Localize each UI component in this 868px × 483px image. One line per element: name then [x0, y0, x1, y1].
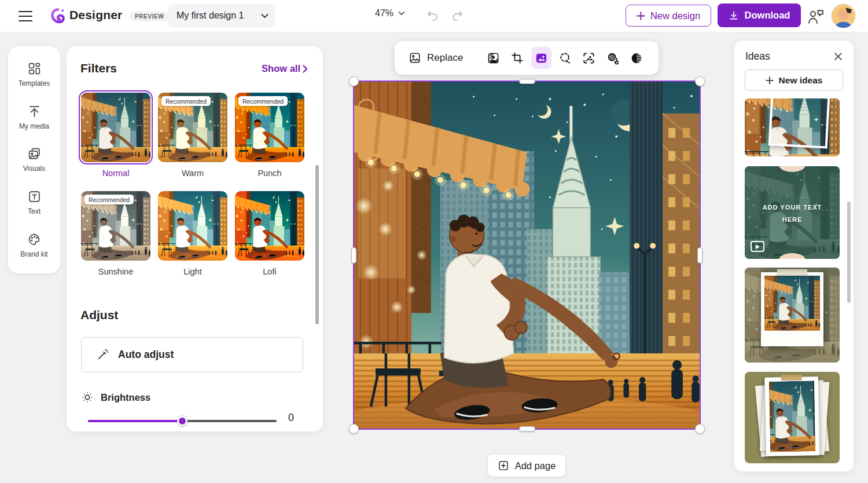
tape-decoration	[781, 375, 802, 381]
remove-background-button[interactable]	[579, 47, 599, 69]
sidebar-item-templates[interactable]: Templates	[8, 53, 60, 96]
filter-preview-image	[158, 191, 227, 261]
new-design-label: New design	[650, 10, 700, 21]
show-all-link[interactable]: Show all	[262, 63, 308, 74]
background-person-icon	[487, 52, 500, 65]
feedback-button[interactable]	[807, 8, 825, 25]
magic-select-button[interactable]	[555, 47, 575, 69]
idea-thumbnail-4[interactable]	[745, 372, 840, 463]
image-toolbar: Replace	[395, 41, 659, 75]
zoom-level-dropdown[interactable]: 47%	[375, 8, 405, 19]
sidebar-item-visuals[interactable]: Visuals	[8, 138, 60, 181]
adjustments-button[interactable]	[627, 47, 647, 69]
brightness-slider[interactable]	[88, 416, 277, 426]
restyle-icon	[606, 52, 620, 65]
slider-thumb[interactable]	[177, 416, 187, 426]
download-label: Download	[745, 10, 790, 21]
magic-wand-icon	[96, 349, 109, 361]
designer-logo-icon	[50, 8, 66, 24]
resize-handle-bottom[interactable]	[519, 426, 535, 431]
background-blur-button[interactable]	[483, 47, 503, 69]
slider-fill	[88, 420, 182, 422]
download-icon	[729, 10, 739, 21]
brightness-sun-icon	[81, 391, 94, 404]
filters-button[interactable]	[531, 47, 551, 69]
design-name-label: My first design 1	[176, 10, 255, 21]
chevron-right-icon	[303, 65, 308, 73]
sidebar-item-label: Visuals	[23, 164, 45, 173]
filter-tile-warm[interactable]: Recommended Warm	[158, 93, 227, 178]
new-ideas-label: New ideas	[779, 75, 823, 86]
filters-image-icon	[535, 52, 548, 65]
redo-icon	[451, 9, 465, 23]
visuals-icon	[27, 147, 42, 161]
contrast-icon	[630, 52, 643, 65]
filters-scrollbar[interactable]	[315, 165, 319, 324]
sidebar-item-label: My media	[19, 122, 49, 130]
replace-button[interactable]: Replace	[406, 48, 469, 68]
polaroid-frame	[761, 272, 823, 346]
person-chat-icon	[807, 9, 825, 24]
design-image	[354, 82, 700, 429]
sidebar-item-brand-kit[interactable]: Brand kit	[8, 224, 60, 266]
left-sidebar: Templates My media Visuals Text Brand ki…	[8, 46, 60, 273]
idea-thumbnail-3[interactable]	[745, 268, 840, 363]
plus-icon	[637, 12, 645, 20]
user-avatar[interactable]	[832, 4, 855, 28]
templates-grid-icon	[27, 61, 42, 76]
redo-button[interactable]	[449, 8, 466, 25]
sidebar-item-my-media[interactable]: My media	[8, 96, 60, 139]
resize-handle-top[interactable]	[519, 79, 535, 84]
add-page-label: Add page	[515, 460, 556, 471]
filters-panel: Filters Show all	[67, 46, 323, 431]
zoom-level-value: 47%	[375, 8, 393, 19]
ideas-title: Ideas	[745, 50, 770, 63]
ideas-scrollbar[interactable]	[847, 202, 851, 303]
restyle-button[interactable]	[603, 47, 623, 69]
canvas-image[interactable]	[354, 82, 700, 429]
filter-name: Sunshine	[81, 267, 150, 276]
new-ideas-button[interactable]: New ideas	[745, 69, 843, 91]
brightness-value: 0	[288, 412, 294, 424]
resize-handle-bottom-right[interactable]	[695, 424, 705, 434]
photo-card	[765, 377, 819, 456]
add-page-button[interactable]: Add page	[488, 455, 565, 477]
undo-button[interactable]	[424, 8, 441, 25]
frame-image-icon	[582, 52, 595, 65]
new-design-button[interactable]: New design	[626, 5, 711, 27]
idea-thumbnail-1[interactable]	[745, 98, 840, 156]
filter-tile-sunshine[interactable]: Recommended Sunshine	[81, 191, 150, 276]
resize-handle-top-right[interactable]	[695, 76, 705, 86]
idea-photo	[764, 276, 820, 331]
close-button[interactable]	[832, 50, 844, 63]
replace-label: Replace	[427, 52, 463, 64]
crop-icon	[511, 52, 524, 64]
lasso-select-icon	[558, 52, 572, 65]
filter-tile-normal[interactable]: Normal	[81, 93, 150, 178]
upload-icon	[27, 104, 42, 119]
filter-name: Warm	[158, 169, 227, 178]
auto-adjust-button[interactable]: Auto adjust	[81, 337, 303, 372]
chevron-down-icon	[398, 11, 405, 16]
resize-handle-top-left[interactable]	[349, 76, 359, 86]
replace-image-icon	[409, 52, 421, 64]
sidebar-item-text[interactable]: Text	[8, 181, 60, 224]
filter-tile-punch[interactable]: Recommended Punch	[235, 93, 304, 178]
resize-handle-bottom-left[interactable]	[349, 424, 359, 434]
resize-handle-left[interactable]	[351, 247, 356, 264]
palette-icon	[27, 232, 42, 247]
plus-icon	[766, 76, 774, 85]
filter-tile-light[interactable]: Light	[158, 191, 227, 276]
filter-tile-lofi[interactable]: Lofi	[235, 191, 304, 276]
design-name-dropdown[interactable]: My first design 1	[168, 4, 275, 27]
ideas-panel: Ideas New ideas	[734, 41, 854, 471]
idea-thumbnail-2[interactable]: ADD YOUR TEXT HERE	[745, 166, 840, 259]
undo-icon	[425, 9, 439, 23]
download-button[interactable]: Download	[718, 3, 801, 27]
crop-button[interactable]	[507, 47, 528, 69]
close-icon	[834, 52, 843, 61]
filter-name: Light	[158, 267, 227, 276]
preview-badge: PREVIEW	[130, 12, 169, 21]
resize-handle-right[interactable]	[697, 247, 703, 264]
hamburger-menu-icon[interactable]	[17, 9, 34, 24]
